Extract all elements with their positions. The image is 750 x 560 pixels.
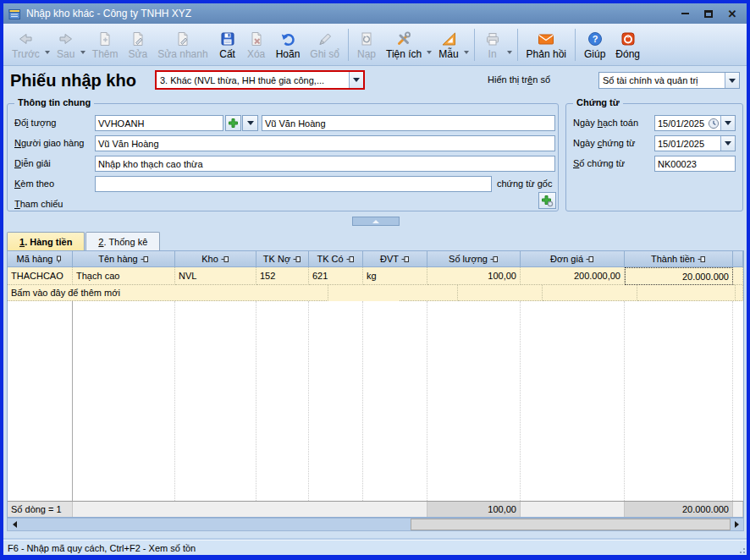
tab-thong-ke[interactable]: 2. Thống kê xyxy=(85,232,160,250)
scroll-right-arrow[interactable] xyxy=(730,519,743,530)
tab-strip: 1. Hàng tiền 2. Thống kê xyxy=(7,232,161,250)
plus-icon xyxy=(228,118,239,129)
toolbar-button-delete[interactable]: Xóa xyxy=(242,28,271,62)
table-row[interactable]: THACHCAO Thạch cao NVL 152 621 kg 100,00… xyxy=(8,267,743,285)
so-chung-tu-label: Số chứng từ xyxy=(573,158,625,168)
cell-tk-no[interactable]: 152 xyxy=(256,267,309,285)
group-title: Thông tin chung xyxy=(14,97,94,107)
column-header[interactable]: Tên hàng xyxy=(73,251,175,267)
column-header[interactable]: Kho xyxy=(175,251,256,267)
toolbar-button-close-doc[interactable]: Đóng xyxy=(610,28,645,62)
toolbar-button-edit[interactable]: Sửa xyxy=(123,28,152,62)
pin-icon xyxy=(141,255,149,263)
pin-icon xyxy=(55,255,63,263)
prev-dropdown-caret[interactable] xyxy=(45,51,50,54)
column-header[interactable]: Thành tiền xyxy=(625,251,733,267)
toolbar-separator xyxy=(474,29,475,61)
undo-icon xyxy=(279,30,296,47)
ngay-chung-tu-field[interactable]: 15/01/2025 xyxy=(654,135,736,151)
toolbar-button-undo[interactable]: Hoãn xyxy=(271,28,306,62)
so-chung-tu-field[interactable]: NK00023 xyxy=(654,156,736,172)
next-dropdown-caret[interactable] xyxy=(80,51,85,54)
toolbar-button-utilities[interactable]: Tiện ích xyxy=(381,28,427,62)
column-header[interactable]: TK Có xyxy=(309,251,363,267)
scroll-left-arrow[interactable] xyxy=(8,519,21,530)
ngay-hach-toan-field[interactable]: 15/01/2025 xyxy=(654,115,736,131)
doi-tuong-name-field[interactable]: Vũ Văn Hoàng xyxy=(262,115,555,131)
pin-icon xyxy=(221,255,229,263)
amount-total: 20.000.000 xyxy=(625,502,733,517)
toolbar-button-next[interactable]: Sau xyxy=(52,28,80,62)
save-icon xyxy=(219,30,236,47)
template-dropdown-caret[interactable] xyxy=(464,51,469,54)
add-new-row[interactable]: Bấm vào đây để thêm mới xyxy=(8,285,743,301)
dien-giai-field[interactable]: Nhập kho thạch cao thừa xyxy=(95,156,555,172)
doi-tuong-dropdown-button[interactable] xyxy=(242,115,258,131)
toolbar-button-reload[interactable]: Nạp xyxy=(352,28,381,62)
add-new-hint[interactable]: Bấm vào đây để thêm mới xyxy=(8,285,328,301)
quantity-total: 100,00 xyxy=(427,502,521,517)
chevron-down-icon[interactable] xyxy=(349,72,363,88)
column-header[interactable]: Mã hàng xyxy=(8,251,73,267)
toolbar-button-quick-edit[interactable]: Sửa nhanh xyxy=(152,28,212,62)
clock-icon[interactable] xyxy=(708,118,720,129)
scrollbar-thumb[interactable] xyxy=(411,519,731,530)
toolbar-button-help[interactable]: ? Giúp xyxy=(579,28,610,62)
minimize-button[interactable] xyxy=(679,8,691,19)
toolbar-button-post[interactable]: Ghi sổ xyxy=(305,28,345,62)
cell-kho[interactable]: NVL xyxy=(175,267,256,285)
cell-don-gia[interactable]: 200.000,00 xyxy=(521,267,625,285)
printer-icon xyxy=(484,30,501,47)
column-header[interactable]: Đơn giá xyxy=(521,251,625,267)
toolbar-button-save[interactable]: Cất xyxy=(213,28,242,62)
tham-chieu-label: Tham chiếu xyxy=(14,199,63,209)
ledger-select[interactable]: Sổ tài chính và quản trị xyxy=(598,72,740,89)
voucher-type-select[interactable]: 3. Khác (NVL thừa, HH thuê gia công,... xyxy=(155,70,365,90)
toolbar-button-print[interactable]: In xyxy=(478,28,507,62)
resize-grip[interactable] xyxy=(736,545,745,553)
nguoi-giao-field[interactable]: Vũ Văn Hoàng xyxy=(95,135,555,151)
toolbar-button-feedback[interactable]: Phản hồi xyxy=(521,28,571,62)
app-window: Nhập kho khác - Công ty TNHH XYZ ✕ Trước… xyxy=(0,0,750,560)
toolbar-button-prev[interactable]: Trước xyxy=(7,28,45,62)
column-header[interactable]: ĐVT xyxy=(363,251,427,267)
window-title: Nhập kho khác - Công ty TNHH XYZ xyxy=(26,8,679,19)
toolbar-button-template[interactable]: Mẫu xyxy=(433,28,463,62)
cell-ten-hang[interactable]: Thạch cao xyxy=(73,267,175,285)
cell-tk-co[interactable]: 621 xyxy=(309,267,363,285)
cell-ma-hang[interactable]: THACHCAO xyxy=(8,267,73,285)
doi-tuong-label: Đối tượng xyxy=(14,118,56,128)
doi-tuong-code-field[interactable]: VVHOANH xyxy=(95,115,223,131)
pin-icon xyxy=(401,255,410,263)
chevron-down-icon[interactable] xyxy=(720,116,735,130)
grid-empty-area xyxy=(8,301,743,501)
back-icon xyxy=(17,30,34,47)
maximize-button[interactable] xyxy=(703,8,714,19)
add-reference-button[interactable] xyxy=(538,192,556,209)
toolbar: Trước Sau Thêm Sửa Sửa nhanh C xyxy=(3,24,747,66)
general-info-group: Thông tin chung Đối tượng VVHOANH Vũ Văn… xyxy=(7,103,559,211)
titlebar: Nhập kho khác - Công ty TNHH XYZ ✕ xyxy=(3,3,747,24)
tools-icon xyxy=(395,30,412,47)
cell-dvt[interactable]: kg xyxy=(363,267,427,285)
chevron-down-icon[interactable] xyxy=(720,136,735,151)
print-dropdown-caret[interactable] xyxy=(507,51,512,54)
utilities-dropdown-caret[interactable] xyxy=(427,51,432,54)
horizontal-scrollbar[interactable] xyxy=(7,518,744,531)
plus-search-icon xyxy=(541,195,554,207)
toolbar-button-add[interactable]: Thêm xyxy=(87,28,124,62)
kem-theo-field[interactable] xyxy=(95,176,492,192)
edit-document-icon xyxy=(130,30,146,47)
add-partner-button[interactable] xyxy=(225,115,241,131)
collapse-header-button[interactable] xyxy=(352,217,400,226)
ngay-chung-tu-label: Ngày chứng từ xyxy=(573,138,635,148)
close-button[interactable]: ✕ xyxy=(726,8,738,19)
cell-thanh-tien-selected[interactable]: 20.000.000 xyxy=(625,267,733,285)
chevron-down-icon[interactable] xyxy=(725,73,739,88)
tab-hang-tien[interactable]: 1. Hàng tiền xyxy=(7,232,85,250)
pin-icon xyxy=(346,255,355,263)
nguoi-giao-label: Người giao hàng xyxy=(14,138,84,148)
column-header[interactable]: TK Nợ xyxy=(256,251,309,267)
column-header[interactable]: Số lượng xyxy=(427,251,521,267)
cell-so-luong[interactable]: 100,00 xyxy=(427,267,521,285)
